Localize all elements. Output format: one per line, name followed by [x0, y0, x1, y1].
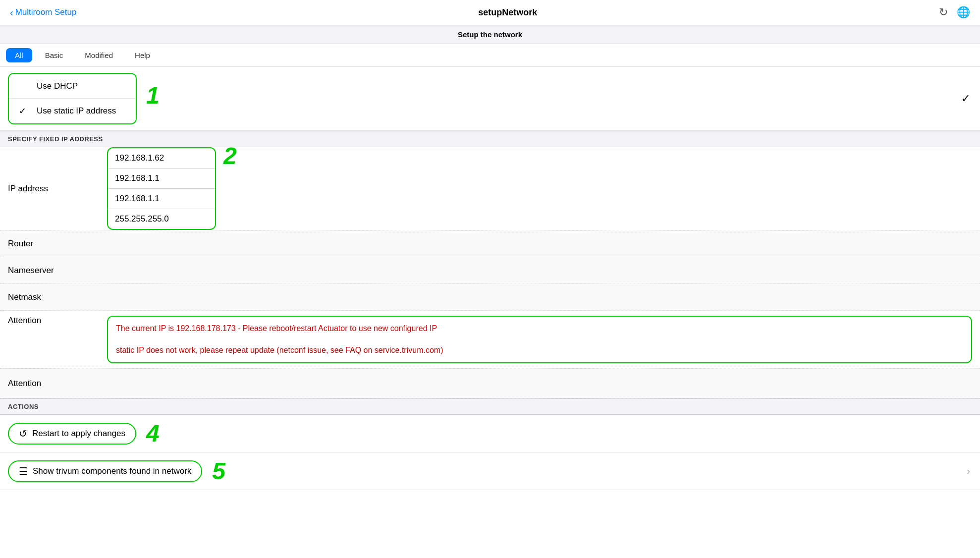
annotation-1: 1: [146, 82, 160, 109]
ip-section-header: SPECIFY FIXED IP ADDRESS: [0, 131, 980, 147]
header: ‹ Multiroom Setup setupNetwork ↻ 🌐: [0, 0, 980, 25]
ip-address-label: IP address: [8, 184, 107, 194]
netmask-value[interactable]: 255.255.255.0: [108, 209, 215, 229]
show-components-label: Show trivum components found in network: [33, 466, 191, 476]
header-icons: ↻ 🌐: [939, 6, 970, 19]
nameserver-row: Nameserver: [0, 257, 980, 284]
globe-icon[interactable]: 🌐: [957, 6, 970, 19]
show-components-button[interactable]: ☰ Show trivum components found in networ…: [8, 460, 202, 482]
attention-row-2: Attention: [0, 369, 980, 398]
use-dhcp-option[interactable]: Use DHCP: [9, 74, 136, 99]
router-label: Router: [8, 239, 107, 249]
annotation-2: 2: [223, 142, 237, 169]
use-dhcp-label: Use DHCP: [37, 81, 78, 91]
back-chevron-icon: ‹: [10, 7, 13, 18]
router-row: Router: [0, 230, 980, 257]
connection-type-dropdown: Use DHCP ✓ Use static IP address: [8, 73, 137, 124]
ip-fields-group: 192.168.1.62 192.168.1.1 192.168.1.1 255…: [107, 147, 216, 230]
subtitle-text: Setup the network: [458, 30, 522, 39]
netmask-row: Netmask: [0, 284, 980, 311]
static-check-icon: ✓: [19, 106, 29, 116]
list-icon: ☰: [19, 465, 28, 477]
subtitle-bar: Setup the network: [0, 25, 980, 44]
show-components-action-row: ☰ Show trivum components found in networ…: [0, 452, 980, 490]
tab-basic[interactable]: Basic: [36, 48, 72, 62]
router-value[interactable]: 192.168.1.1: [108, 168, 215, 189]
attention-label-1: Attention: [8, 316, 107, 326]
annotation-5: 5: [212, 457, 225, 485]
tab-help[interactable]: Help: [126, 48, 159, 62]
tab-all[interactable]: All: [6, 48, 32, 62]
attention-text-2: static IP does not work, please repeat u…: [116, 344, 963, 356]
attention-row-1: Attention The current IP is 192.168.178.…: [0, 311, 980, 369]
nameserver-label: Nameserver: [8, 266, 107, 276]
ip-address-value[interactable]: 192.168.1.62: [108, 148, 215, 168]
actions-header: ACTIONS: [0, 398, 980, 415]
restart-icon: ↺: [19, 428, 27, 440]
netmask-label: Netmask: [8, 292, 107, 302]
selected-checkmark-icon: ✓: [961, 92, 970, 105]
tab-bar: All Basic Modified Help: [0, 44, 980, 67]
tab-modified[interactable]: Modified: [76, 48, 122, 62]
restart-action-row: ↺ Restart to apply changes 4: [0, 415, 980, 452]
connection-type-section: Use DHCP ✓ Use static IP address 1 ✓: [0, 67, 980, 131]
back-label: Multiroom Setup: [15, 7, 77, 17]
restart-button[interactable]: ↺ Restart to apply changes: [8, 423, 136, 445]
attention-combined-box: The current IP is 192.168.178.173 - Plea…: [107, 316, 972, 363]
attention-label-2: Attention: [8, 379, 107, 389]
back-button[interactable]: ‹ Multiroom Setup: [10, 7, 76, 18]
ip-address-row: IP address 192.168.1.62 192.168.1.1 192.…: [0, 147, 980, 230]
restart-label: Restart to apply changes: [32, 429, 125, 439]
nameserver-value[interactable]: 192.168.1.1: [108, 189, 215, 209]
annotation-4: 4: [146, 420, 160, 447]
page-title: setupNetwork: [478, 7, 537, 18]
chevron-right-icon: ›: [967, 465, 970, 477]
refresh-icon[interactable]: ↻: [939, 6, 948, 19]
attention-text-1: The current IP is 192.168.178.173 - Plea…: [116, 323, 963, 335]
use-static-ip-label: Use static IP address: [37, 106, 116, 116]
use-static-ip-option[interactable]: ✓ Use static IP address: [9, 99, 136, 123]
dhcp-check-icon: [19, 81, 29, 91]
